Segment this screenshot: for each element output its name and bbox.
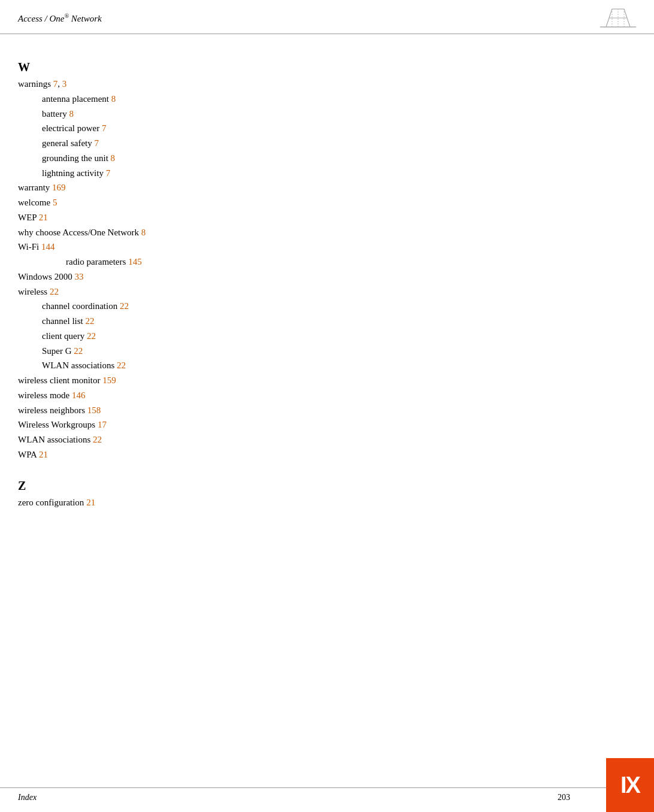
entry-wireless: wireless 22 — [18, 284, 636, 299]
page-link[interactable]: 22 — [50, 287, 59, 296]
entry-text: warnings — [18, 79, 53, 89]
entry-battery: battery 8 — [18, 107, 636, 122]
page-link[interactable]: 159 — [102, 375, 116, 385]
entry-wireless-workgroups: Wireless Workgroups 17 — [18, 417, 636, 432]
header-title: Access / One® Network — [18, 13, 102, 24]
entry-electrical-power: electrical power 7 — [18, 121, 636, 136]
entry-wep: WEP 21 — [18, 210, 636, 225]
entry-wpa: WPA 21 — [18, 447, 636, 462]
entry-text: wireless client monitor — [18, 375, 102, 385]
main-content: W warnings 7, 3 antenna placement 8 batt… — [0, 34, 654, 546]
entry-text: welcome — [18, 198, 53, 207]
entry-wlan-associations-sub: WLAN associations 22 — [18, 358, 636, 373]
page-link[interactable]: 17 — [98, 420, 107, 429]
page-link[interactable]: 22 — [93, 435, 102, 444]
entry-text: Super G — [42, 346, 74, 356]
entry-text: Windows 2000 — [18, 272, 74, 281]
footer-index-label: Index — [18, 793, 37, 807]
entry-text: battery — [42, 109, 69, 119]
entry-zero-configuration: zero configuration 21 — [18, 495, 636, 510]
chapter-number: IX — [620, 772, 640, 798]
entry-why-choose: why choose Access/One Network 8 — [18, 225, 636, 240]
page-link[interactable]: 8 — [111, 94, 116, 104]
entry-warranty: warranty 169 — [18, 180, 636, 195]
entry-text: warranty — [18, 183, 52, 192]
page-link[interactable]: 7 — [94, 138, 99, 148]
entry-text: WLAN associations — [18, 435, 93, 444]
chapter-badge: IX — [606, 758, 654, 812]
entry-warnings: warnings 7, 3 — [18, 77, 636, 92]
entry-channel-list: channel list 22 — [18, 314, 636, 329]
entry-text: WPA — [18, 450, 39, 459]
page-link[interactable]: 21 — [86, 498, 95, 507]
entry-client-query: client query 22 — [18, 329, 636, 344]
entry-text: wireless — [18, 287, 50, 296]
page-link[interactable]: 33 — [74, 272, 83, 281]
entry-wireless-client-monitor: wireless client monitor 159 — [18, 373, 636, 388]
entry-grounding-the-unit: grounding the unit 8 — [18, 151, 636, 166]
entry-text: channel coordination — [42, 301, 120, 311]
page-link[interactable]: 22 — [85, 316, 94, 326]
page-link[interactable]: 22 — [74, 346, 83, 356]
page-link[interactable]: 22 — [117, 360, 126, 370]
entry-text: client query — [42, 331, 87, 341]
page-link[interactable]: 3 — [62, 79, 67, 89]
page-link[interactable]: 8 — [69, 109, 74, 119]
entry-text: channel list — [42, 316, 85, 326]
page-link[interactable]: 7 — [106, 168, 111, 178]
footer: Index 203 IX — [0, 787, 654, 812]
entry-text: Wireless Workgroups — [18, 420, 98, 429]
header-logo — [600, 6, 636, 30]
entry-super-g: Super G 22 — [18, 344, 636, 359]
entry-text: WLAN associations — [42, 360, 117, 370]
entry-general-safety: general safety 7 — [18, 136, 636, 151]
page-link[interactable]: 5 — [53, 198, 57, 207]
page-link[interactable]: 21 — [39, 450, 48, 459]
entry-channel-coordination: channel coordination 22 — [18, 299, 636, 314]
entry-welcome: welcome 5 — [18, 195, 636, 210]
page-link[interactable]: 169 — [52, 183, 66, 192]
footer-page-number: 203 — [558, 793, 588, 807]
page-header: Access / One® Network — [0, 0, 654, 34]
section-z: Z — [18, 479, 636, 493]
page-link[interactable]: 22 — [87, 331, 96, 341]
entry-windows2000: Windows 2000 33 — [18, 269, 636, 284]
entry-text: grounding the unit — [42, 153, 111, 163]
entry-wireless-mode: wireless mode 146 — [18, 388, 636, 403]
entry-text: general safety — [42, 138, 94, 148]
entry-text: why choose Access/One Network — [18, 228, 141, 237]
page-link[interactable]: 22 — [120, 301, 129, 311]
entry-text: lightning activity — [42, 168, 106, 178]
section-w: W — [18, 60, 636, 74]
entry-text: Wi-Fi — [18, 242, 41, 252]
entry-wireless-neighbors: wireless neighbors 158 — [18, 403, 636, 418]
page-link[interactable]: 145 — [128, 257, 142, 266]
page-link[interactable]: 7 — [102, 123, 107, 133]
entry-text: wireless neighbors — [18, 405, 87, 415]
entry-wifi: Wi-Fi 144 — [18, 240, 636, 254]
entry-text: radio parameters — [66, 257, 128, 266]
page-link[interactable]: 8 — [141, 228, 146, 237]
page-link[interactable]: 144 — [41, 242, 55, 252]
entry-text: electrical power — [42, 123, 102, 133]
page-link[interactable]: 146 — [72, 390, 86, 400]
entry-antenna-placement: antenna placement 8 — [18, 92, 636, 107]
entry-text: antenna placement — [42, 94, 111, 104]
registered-mark: ® — [64, 13, 69, 19]
entry-text: zero configuration — [18, 498, 86, 507]
entry-text: wireless mode — [18, 390, 72, 400]
page-link[interactable]: 8 — [111, 153, 116, 163]
entry-wlan-associations: WLAN associations 22 — [18, 432, 636, 447]
page-link[interactable]: 21 — [39, 213, 48, 222]
entry-lightning-activity: lightning activity 7 — [18, 166, 636, 181]
entry-radio-parameters: radio parameters 145 — [18, 254, 636, 269]
page-link[interactable]: 158 — [87, 405, 101, 415]
entry-text: WEP — [18, 213, 39, 222]
